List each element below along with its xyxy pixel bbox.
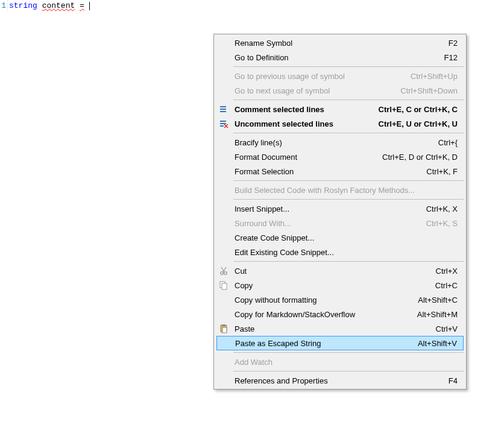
menu-item-copy-for-markdown-stackoverflow[interactable]: Copy for Markdown/StackOverflowAlt+Shift… [215, 307, 465, 321]
menu-item-build-selected-code-with-roslyn-factory-methods: Build Selected Code with Roslyn Factory … [215, 183, 465, 197]
menu-item-label: Format Document [235, 153, 373, 162]
svg-rect-1 [220, 109, 226, 110]
menu-item-references-and-properties[interactable]: References and PropertiesF4 [215, 373, 465, 388]
menu-item-label: Add Watch [235, 358, 458, 367]
menu-item-label: Surround With... [235, 219, 417, 228]
menu-item-paste-as-escaped-string[interactable]: Paste as Escaped StringAlt+Shift+V [216, 336, 464, 350]
menu-item-shortcut: F2 [449, 39, 458, 48]
menu-item-format-selection[interactable]: Format SelectionCtrl+K, F [215, 164, 465, 178]
code-editor[interactable]: 1 string content = [0, 0, 504, 11]
menu-item-label: Cut [235, 267, 426, 276]
menu-item-label: Comment selected lines [235, 105, 369, 114]
menu-item-shortcut: Ctrl+E, C or Ctrl+K, C [379, 105, 458, 114]
menu-item-insert-snippet[interactable]: Insert Snippet...Ctrl+K, X [215, 201, 465, 216]
context-menu[interactable]: Rename SymbolF2Go to DefinitionF12Go to … [213, 34, 467, 390]
comment-icon [219, 104, 228, 114]
menu-item-rename-symbol[interactable]: Rename SymbolF2 [215, 36, 465, 50]
svg-rect-0 [220, 106, 226, 107]
menu-item-label: Paste [235, 324, 426, 333]
menu-item-paste[interactable]: PasteCtrl+V [215, 321, 465, 336]
menu-separator [233, 66, 464, 67]
copy-icon [219, 280, 228, 290]
menu-item-shortcut: Ctrl+Shift+Down [400, 86, 458, 95]
line-number: 1 [1, 1, 6, 10]
assign-operator: = [80, 1, 84, 10]
menu-item-shortcut: Ctrl+K, F [426, 167, 458, 176]
menu-separator [233, 133, 464, 133]
svg-rect-4 [220, 123, 226, 124]
menu-item-label: Copy [235, 281, 426, 290]
menu-separator [233, 99, 464, 100]
menu-item-shortcut: F12 [444, 53, 458, 62]
uncomment-icon [219, 119, 228, 128]
menu-item-copy[interactable]: CopyCtrl+C [215, 278, 465, 292]
svg-point-6 [221, 272, 224, 275]
line-number-gutter: 1 [0, 1, 8, 11]
menu-item-create-code-snippet[interactable]: Create Code Snippet... [215, 230, 465, 245]
menu-item-edit-existing-code-snippet[interactable]: Edit Existing Code Snippet... [215, 245, 465, 259]
menu-item-label: Uncomment selected lines [235, 119, 369, 128]
cut-icon [219, 266, 228, 276]
menu-item-add-watch: Add Watch [215, 355, 465, 369]
svg-rect-12 [222, 327, 227, 333]
menu-item-shortcut: Alt+Shift+C [418, 295, 458, 305]
menu-item-shortcut: F4 [449, 376, 458, 385]
menu-item-shortcut: Ctrl+E, U or Ctrl+K, U [379, 119, 458, 128]
text-caret [89, 2, 90, 10]
menu-item-label: Insert Snippet... [235, 204, 417, 213]
menu-item-cut[interactable]: CutCtrl+X [215, 264, 465, 278]
menu-item-label: Build Selected Code with Roslyn Factory … [235, 186, 458, 195]
menu-item-go-to-next-usage-of-symbol: Go to next usage of symbolCtrl+Shift+Dow… [215, 83, 465, 98]
menu-item-comment-selected-lines[interactable]: Comment selected linesCtrl+E, C or Ctrl+… [215, 102, 465, 116]
menu-item-shortcut: Alt+Shift+M [417, 310, 458, 319]
menu-item-label: Copy for Markdown/StackOverflow [235, 310, 408, 319]
menu-item-go-to-previous-usage-of-symbol: Go to previous usage of symbolCtrl+Shift… [215, 69, 465, 83]
menu-item-copy-without-formatting[interactable]: Copy without formattingAlt+Shift+C [215, 292, 465, 307]
menu-item-shortcut: Ctrl+C [435, 281, 458, 290]
menu-item-label: Go to Definition [235, 53, 435, 62]
svg-rect-11 [222, 324, 225, 326]
menu-item-shortcut: Ctrl+E, D or Ctrl+K, D [382, 153, 458, 162]
menu-item-label: Format Selection [235, 167, 417, 176]
menu-item-label: Copy without formatting [235, 295, 408, 305]
menu-item-label: Edit Existing Code Snippet... [235, 248, 458, 257]
menu-item-uncomment-selected-lines[interactable]: Uncomment selected linesCtrl+E, U or Ctr… [215, 116, 465, 131]
menu-item-label: Rename Symbol [235, 39, 439, 48]
code-line[interactable]: string content = [8, 1, 90, 11]
menu-item-label: Go to previous usage of symbol [235, 72, 401, 81]
svg-rect-5 [220, 125, 224, 127]
paste-icon [219, 324, 228, 333]
menu-item-shortcut: Alt+Shift+V [418, 339, 457, 348]
menu-item-surround-with: Surround With...Ctrl+K, S [215, 216, 465, 230]
menu-separator [233, 199, 464, 200]
menu-separator [233, 261, 464, 262]
menu-item-shortcut: Ctrl+K, X [426, 204, 458, 213]
menu-item-shortcut: Ctrl+X [436, 267, 458, 276]
menu-separator [233, 180, 464, 181]
menu-separator [233, 352, 464, 353]
svg-rect-3 [220, 121, 226, 122]
menu-item-bracify-line-s[interactable]: Bracify line(s)Ctrl+{ [215, 135, 465, 150]
menu-item-shortcut: Ctrl+V [436, 324, 458, 333]
menu-item-format-document[interactable]: Format DocumentCtrl+E, D or Ctrl+K, D [215, 150, 465, 164]
menu-item-shortcut: Ctrl+Shift+Up [411, 72, 458, 81]
identifier-content: content [42, 1, 75, 10]
menu-item-label: Paste as Escaped String [235, 339, 408, 348]
svg-rect-2 [220, 111, 226, 112]
menu-item-label: References and Properties [235, 376, 439, 385]
svg-point-7 [224, 272, 227, 275]
menu-item-label: Create Code Snippet... [235, 233, 458, 242]
menu-item-label: Go to next usage of symbol [235, 86, 391, 95]
menu-item-shortcut: Ctrl+{ [438, 138, 458, 147]
menu-separator [233, 371, 464, 371]
menu-item-go-to-definition[interactable]: Go to DefinitionF12 [215, 50, 465, 65]
keyword-string: string [9, 1, 37, 10]
menu-item-shortcut: Ctrl+K, S [426, 219, 458, 228]
svg-rect-9 [222, 283, 227, 289]
menu-item-label: Bracify line(s) [235, 138, 429, 147]
